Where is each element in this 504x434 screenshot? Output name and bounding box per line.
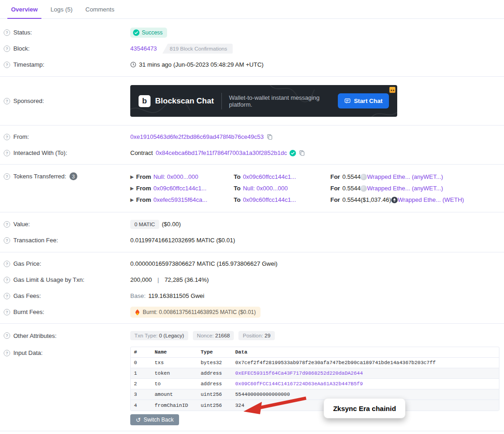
help-icon[interactable]: ? <box>4 46 10 52</box>
switch-back-label: Switch Back <box>144 417 174 423</box>
transfer-from-address[interactable]: Null: 0x000...000 <box>153 173 198 180</box>
other-attributes-row: ? Other Attributes: Txn Type: 0 (Legacy)… <box>0 326 504 345</box>
sponsored-banner[interactable]: b Blockscan Chat Wallet-to-wallet instan… <box>130 85 397 117</box>
cell-index: 3 <box>131 392 151 397</box>
col-header-type: Type <box>197 349 232 355</box>
transfer-amount: 0.5544 <box>342 196 361 203</box>
tab-logs[interactable]: Logs (5) <box>44 0 79 18</box>
help-icon[interactable]: ? <box>4 221 10 228</box>
help-icon[interactable]: ? <box>4 332 10 339</box>
table-row: 1 token address 0xEFEC59315f64Ca43F717d9… <box>131 368 499 379</box>
value-row: ? Value: 0 MATIC ($0.00) <box>0 216 504 232</box>
token-name-link[interactable]: Wrapped Ethe... (anyWET...) <box>367 173 443 180</box>
transfer-amount: 0.5544 <box>342 173 361 180</box>
transfer-amount: 0.5544 <box>342 185 361 192</box>
tokens-count-badge: 3 <box>70 172 77 180</box>
from-address-link[interactable]: 0xe19105463d6fe2f2bd86c69ad478f4b76ce49c… <box>130 133 264 140</box>
col-header-data: Data <box>232 349 499 355</box>
txn-type-value: 0 (Legacy) <box>159 333 184 338</box>
tab-comments[interactable]: Comments <box>79 0 121 18</box>
gas-limit-label: Gas Limit & Usage by Txn: <box>13 276 84 283</box>
transfer-from-label: From <box>136 185 151 192</box>
transfer-from-address[interactable]: 0xefec59315f64ca... <box>153 196 207 203</box>
caret-icon[interactable]: ▶ <box>130 186 134 191</box>
help-icon[interactable]: ? <box>4 309 10 315</box>
cell-type: bytes32 <box>197 360 232 365</box>
flame-icon <box>135 309 140 315</box>
contract-address-link[interactable]: 0x84cebca6bd17fe11f7864f7003a1a30f2852b1… <box>156 149 287 156</box>
position-label: Position: <box>243 333 263 338</box>
transfer-to-address[interactable]: 0x09c60ffcc144c1... <box>243 173 296 180</box>
token-icon <box>360 174 367 180</box>
transfer-to-label: To <box>234 185 241 192</box>
tab-overview-label: Overview <box>11 6 38 13</box>
token-name-link[interactable]: Wrapped Ethe... (WETH) <box>398 196 464 203</box>
token-transfer-row: ▶ From0x09c60ffcc144c1... ToNull: 0x000.… <box>130 183 464 194</box>
help-icon[interactable]: ? <box>4 237 10 244</box>
copy-icon[interactable] <box>299 150 305 156</box>
cell-name: amount <box>151 392 197 397</box>
interacted-with-row: ? Interacted With (To): Contract 0x84ceb… <box>0 145 504 161</box>
help-icon[interactable]: ? <box>4 293 10 299</box>
transfer-for-label: For <box>330 185 340 192</box>
help-icon[interactable]: ? <box>4 29 10 36</box>
transfer-for-label: For <box>330 196 340 203</box>
nonce-label: Nonce: <box>197 333 214 338</box>
verified-contract-icon <box>290 150 296 156</box>
from-label: From: <box>13 133 29 140</box>
token-name-link[interactable]: Wrapped Ethe... (anyWET...) <box>367 185 443 192</box>
start-chat-button[interactable]: Start Chat <box>338 93 389 108</box>
help-icon[interactable]: ? <box>4 62 10 68</box>
caret-icon[interactable]: ▶ <box>130 197 134 202</box>
cell-type: address <box>197 381 232 387</box>
timestamp-row: ? Timestamp: 31 mins ago (Jun-05-2023 05… <box>0 57 504 73</box>
transaction-fee-row: ? Transaction Fee: 0.011997416612032695 … <box>0 232 504 248</box>
cell-data-address-link[interactable]: 0xEFEC59315f64Ca43F717d9868252d220daDA26… <box>232 371 499 376</box>
annotation-arrow <box>237 394 315 417</box>
chat-bubble-icon <box>344 98 351 104</box>
timestamp-label: Timestamp: <box>13 61 44 68</box>
cell-name: token <box>151 371 197 376</box>
annotation-callout: Zksync Era chainid <box>324 398 406 418</box>
transaction-fee-value: 0.011997416612032695 MATIC ($0.01) <box>130 237 235 244</box>
cell-data-address-link[interactable]: 0x09C60fFCC144C14167224D63eAa61A32b447B5… <box>232 381 499 387</box>
interacted-with-label: Interacted With (To): <box>13 149 67 156</box>
txn-type-label: Txn Type: <box>134 333 157 338</box>
col-header-name: Name <box>151 349 197 355</box>
gas-usage-value: 72,285 (36.14%) <box>164 276 209 283</box>
help-icon[interactable]: ? <box>4 350 10 356</box>
transfer-to-address[interactable]: Null: 0x000...000 <box>243 185 288 192</box>
transfer-for-label: For <box>330 173 340 180</box>
caret-icon[interactable]: ▶ <box>130 174 134 179</box>
help-icon[interactable]: ? <box>4 98 10 104</box>
help-icon[interactable]: ? <box>4 277 10 283</box>
block-confirmations-badge: 819 Block Confirmations <box>162 44 233 54</box>
help-icon[interactable]: ? <box>4 150 10 156</box>
block-label: Block: <box>13 45 29 52</box>
transfer-to-address[interactable]: 0x09c60ffcc144c1... <box>243 196 296 203</box>
copy-icon[interactable] <box>266 134 273 140</box>
input-data-label: Input Data: <box>13 349 43 356</box>
tab-overview[interactable]: Overview <box>5 0 44 18</box>
tokens-transferred-row: ? Tokens Transferred: 3 ▶ FromNull: 0x00… <box>0 171 504 206</box>
switch-back-button[interactable]: ↺ Switch Back <box>130 414 179 425</box>
block-number-link[interactable]: 43546473 <box>130 45 157 52</box>
token-transfer-row: ▶ FromNull: 0x000...000 To0x09c60ffcc144… <box>130 171 464 183</box>
weth-token-icon <box>391 197 398 203</box>
transfer-usd-value: ($1,037.46) <box>360 196 391 203</box>
help-icon[interactable]: ? <box>4 134 10 140</box>
help-icon[interactable]: ? <box>4 261 10 267</box>
tokens-transferred-label: Tokens Transferred: <box>13 173 66 180</box>
burnt-fees-text: Burnt: 0.008613756114638925 MATIC ($0.01… <box>143 309 256 315</box>
ad-indicator-icon[interactable] <box>389 87 395 93</box>
transfer-from-address[interactable]: 0x09c60ffcc144c1... <box>153 185 206 192</box>
cell-data: 0x7cef2f4f28199533ab978f2e30afa747be2b90… <box>232 360 499 365</box>
gas-fees-row: ? Gas Fees: Base: 119.163811505 Gwei <box>0 288 504 304</box>
section-divider <box>0 431 504 431</box>
sponsored-label: Sponsored: <box>13 97 44 104</box>
gas-price-value: 0.000000165973806627 MATIC (165.97380662… <box>130 260 278 267</box>
help-icon[interactable]: ? <box>4 173 10 180</box>
nonce-badge: Nonce: 21668 <box>193 331 234 340</box>
status-label: Status: <box>13 29 32 36</box>
txn-type-badge: Txn Type: 0 (Legacy) <box>130 331 188 340</box>
